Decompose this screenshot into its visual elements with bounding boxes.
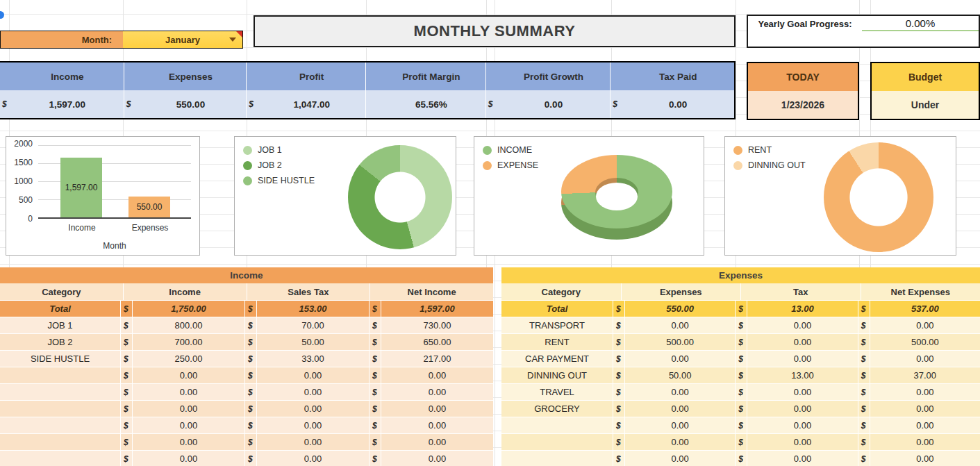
value-cell[interactable]: 0.00 bbox=[747, 451, 857, 466]
value-cell[interactable]: 0.00 bbox=[870, 384, 980, 400]
category-cell[interactable]: TRANSPORT bbox=[501, 317, 613, 333]
summary-income-cell[interactable]: $1,597.00 bbox=[0, 90, 124, 118]
category-cell[interactable]: TRAVEL bbox=[501, 384, 613, 400]
category-cell[interactable]: GROCERY bbox=[501, 401, 613, 417]
month-dropdown[interactable]: January bbox=[123, 31, 242, 48]
category-cell[interactable] bbox=[0, 417, 120, 433]
value-cell[interactable]: 0.00 bbox=[624, 401, 735, 417]
summary-profit-cell[interactable]: $1,047.00 bbox=[246, 90, 365, 118]
value-cell[interactable]: 70.00 bbox=[256, 317, 369, 333]
category-cell[interactable] bbox=[501, 434, 613, 450]
category-cell[interactable] bbox=[0, 451, 120, 466]
value-cell[interactable]: 217.00 bbox=[381, 351, 493, 367]
value-cell[interactable]: 0.00 bbox=[870, 351, 980, 367]
table-row[interactable]: $0.00 $0.00 $0.00 bbox=[501, 433, 980, 450]
value-cell[interactable]: 0.00 bbox=[624, 417, 735, 433]
summary-profit-margin-cell[interactable]: 65.56% bbox=[365, 90, 485, 118]
value-cell[interactable]: 0.00 bbox=[624, 351, 735, 367]
budget-status[interactable]: Under bbox=[872, 91, 979, 119]
value-cell[interactable]: 0.00 bbox=[624, 451, 735, 466]
value-cell[interactable]: 0.00 bbox=[747, 401, 857, 417]
table-row[interactable]: JOB 1 $800.00 $70.00 $730.00 bbox=[0, 317, 493, 333]
category-cell[interactable]: SIDE HUSTLE bbox=[0, 351, 120, 367]
category-cell[interactable] bbox=[501, 451, 613, 466]
value-cell[interactable]: 0.00 bbox=[132, 401, 244, 417]
value-cell[interactable]: 0.00 bbox=[132, 434, 244, 450]
value-cell[interactable]: 50.00 bbox=[256, 334, 369, 350]
category-cell[interactable]: JOB 1 bbox=[0, 317, 120, 333]
chevron-down-icon[interactable] bbox=[229, 38, 236, 42]
value-cell[interactable]: 0.00 bbox=[132, 451, 244, 466]
summary-expenses-cell[interactable]: $550.00 bbox=[124, 90, 247, 118]
table-row[interactable]: $0.00 $0.00 $0.00 bbox=[0, 400, 493, 417]
value-cell[interactable]: 250.00 bbox=[132, 351, 244, 367]
yearly-goal-value[interactable]: 0.00% bbox=[862, 16, 979, 31]
value-cell[interactable]: 37.00 bbox=[870, 367, 980, 383]
value-cell[interactable]: 0.00 bbox=[747, 317, 857, 333]
value-cell[interactable]: 50.00 bbox=[624, 367, 735, 383]
summary-profit-growth-cell[interactable]: $0.00 bbox=[485, 90, 611, 118]
expenses-total-row[interactable]: Total $550.00 $13.00 $537.00 bbox=[501, 300, 980, 317]
value-cell[interactable]: 33.00 bbox=[256, 351, 369, 367]
value-cell[interactable]: 0.00 bbox=[132, 367, 244, 383]
value-cell[interactable]: 0.00 bbox=[256, 451, 369, 466]
table-row[interactable]: $0.00 $0.00 $0.00 bbox=[0, 383, 493, 400]
value-cell[interactable]: 730.00 bbox=[381, 317, 493, 333]
table-row[interactable]: $0.00 $0.00 $0.00 bbox=[0, 417, 493, 433]
value-cell[interactable]: 0.00 bbox=[870, 451, 980, 466]
value-cell[interactable]: 0.00 bbox=[256, 401, 369, 417]
table-row[interactable]: TRANSPORT $0.00 $0.00 $0.00 bbox=[501, 317, 980, 333]
value-cell[interactable]: 0.00 bbox=[624, 434, 735, 450]
value-cell[interactable]: 0.00 bbox=[381, 367, 493, 383]
value-cell[interactable]: 0.00 bbox=[624, 317, 735, 333]
value-cell[interactable]: 0.00 bbox=[381, 417, 493, 433]
category-cell[interactable] bbox=[0, 384, 120, 400]
value-cell[interactable]: 0.00 bbox=[132, 384, 244, 400]
table-row[interactable]: CAR PAYMENT $0.00 $0.00 $0.00 bbox=[501, 350, 980, 367]
value-cell[interactable]: 0.00 bbox=[747, 351, 857, 367]
table-row[interactable]: JOB 2 $700.00 $50.00 $650.00 bbox=[0, 333, 493, 350]
value-cell[interactable]: 0.00 bbox=[381, 451, 493, 466]
table-row[interactable]: $0.00 $0.00 $0.00 bbox=[0, 450, 493, 466]
table-row[interactable]: RENT $500.00 $0.00 $500.00 bbox=[501, 333, 980, 350]
value-cell[interactable]: 13.00 bbox=[747, 367, 857, 383]
category-cell[interactable]: JOB 2 bbox=[0, 334, 120, 350]
category-cell[interactable] bbox=[501, 417, 613, 433]
table-row[interactable]: $0.00 $0.00 $0.00 bbox=[501, 450, 980, 466]
category-cell[interactable]: CAR PAYMENT bbox=[501, 351, 613, 367]
table-row[interactable]: $0.00 $0.00 $0.00 bbox=[0, 433, 493, 450]
value-cell[interactable]: 0.00 bbox=[747, 434, 857, 450]
table-row[interactable]: $0.00 $0.00 $0.00 bbox=[501, 417, 980, 433]
value-cell[interactable]: 650.00 bbox=[381, 334, 493, 350]
value-cell[interactable]: 0.00 bbox=[870, 417, 980, 433]
value-cell[interactable]: 0.00 bbox=[870, 434, 980, 450]
category-cell[interactable] bbox=[0, 434, 120, 450]
value-cell[interactable]: 0.00 bbox=[256, 434, 369, 450]
value-cell[interactable]: 0.00 bbox=[381, 401, 493, 417]
category-cell[interactable]: RENT bbox=[501, 334, 613, 350]
category-cell[interactable]: DINNING OUT bbox=[501, 367, 613, 383]
value-cell[interactable]: 700.00 bbox=[132, 334, 244, 350]
value-cell[interactable]: 0.00 bbox=[747, 384, 857, 400]
value-cell[interactable]: 0.00 bbox=[870, 401, 980, 417]
value-cell[interactable]: 500.00 bbox=[624, 334, 735, 350]
value-cell[interactable]: 0.00 bbox=[132, 417, 244, 433]
value-cell[interactable]: 0.00 bbox=[256, 367, 369, 383]
table-row[interactable]: TRAVEL $0.00 $0.00 $0.00 bbox=[501, 383, 980, 400]
category-cell[interactable] bbox=[0, 401, 120, 417]
value-cell[interactable]: 0.00 bbox=[256, 417, 369, 433]
category-cell[interactable] bbox=[0, 367, 120, 383]
table-row[interactable]: $0.00 $0.00 $0.00 bbox=[0, 367, 493, 383]
table-row[interactable]: DINNING OUT $50.00 $13.00 $37.00 bbox=[501, 367, 980, 383]
value-cell[interactable]: 0.00 bbox=[381, 384, 493, 400]
value-cell[interactable]: 800.00 bbox=[132, 317, 244, 333]
value-cell[interactable]: 0.00 bbox=[870, 317, 980, 333]
value-cell[interactable]: 0.00 bbox=[624, 384, 735, 400]
table-row[interactable]: SIDE HUSTLE $250.00 $33.00 $217.00 bbox=[0, 350, 493, 367]
table-row[interactable]: GROCERY $0.00 $0.00 $0.00 bbox=[501, 400, 980, 417]
value-cell[interactable]: 0.00 bbox=[747, 417, 857, 433]
value-cell[interactable]: 0.00 bbox=[381, 434, 493, 450]
value-cell[interactable]: 0.00 bbox=[747, 334, 857, 350]
income-total-row[interactable]: Total $1,750.00 $153.00 $1,597.00 bbox=[0, 300, 493, 317]
value-cell[interactable]: 0.00 bbox=[256, 384, 369, 400]
